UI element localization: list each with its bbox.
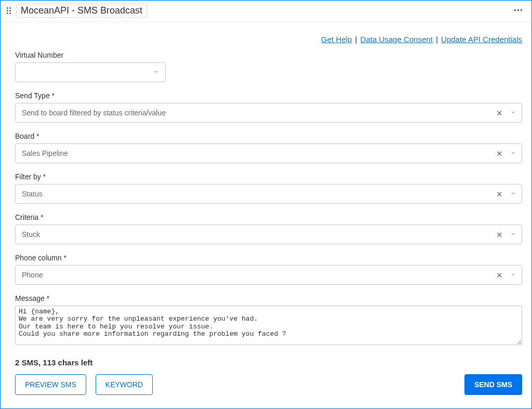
clear-icon[interactable]: ✕	[496, 271, 503, 279]
send-type-value: Send to board filtered by status criteri…	[22, 109, 166, 117]
criteria-select[interactable]: Stuck ✕	[15, 225, 522, 244]
clear-icon[interactable]: ✕	[496, 150, 503, 157]
clear-icon[interactable]: ✕	[496, 190, 503, 198]
virtual-number-select[interactable]	[15, 62, 166, 82]
sms-counter: 2 SMS, 113 chars left	[15, 358, 522, 367]
widget-header: MoceanAPI - SMS Broadcast ···	[1, 1, 531, 22]
send-type-label: Send Type *	[15, 91, 522, 100]
message-textarea[interactable]	[15, 306, 522, 345]
chevron-down-icon[interactable]	[510, 109, 516, 117]
update-api-link[interactable]: Update API Credentials	[441, 35, 522, 44]
preview-sms-button[interactable]: PREVIEW SMS	[15, 374, 86, 395]
header-left: MoceanAPI - SMS Broadcast	[6, 4, 147, 18]
get-help-link[interactable]: Get Help	[321, 35, 352, 44]
chevron-down-icon[interactable]	[510, 190, 516, 198]
chevron-down-icon[interactable]	[510, 230, 516, 239]
keyword-button[interactable]: KEYWORD	[96, 374, 153, 395]
board-value: Sales Pipeline	[22, 149, 68, 157]
chevron-down-icon[interactable]	[510, 149, 516, 157]
top-links: Get Help | Data Usage Consent | Update A…	[15, 35, 522, 44]
select-controls: ✕	[496, 271, 516, 279]
select-controls: ✕	[496, 149, 516, 157]
phone-column-label: Phone column *	[15, 254, 522, 262]
data-usage-link[interactable]: Data Usage Consent	[361, 35, 433, 44]
select-controls: ✕	[496, 109, 516, 117]
select-controls: ✕	[496, 190, 516, 198]
drag-handle-icon[interactable]	[6, 6, 12, 15]
select-controls: ✕	[496, 230, 516, 239]
message-label: Message *	[15, 294, 522, 302]
widget-title: MoceanAPI - SMS Broadcast	[21, 5, 142, 16]
send-type-field: Send Type * Send to board filtered by st…	[15, 91, 522, 123]
phone-column-select[interactable]: Phone ✕	[15, 265, 522, 285]
send-sms-button[interactable]: SEND SMS	[464, 374, 522, 395]
filter-by-value: Status	[22, 190, 43, 198]
phone-column-value: Phone	[22, 271, 43, 279]
content-area: Get Help | Data Usage Consent | Update A…	[1, 22, 531, 395]
filter-by-field: Filter by * Status ✕	[15, 173, 522, 204]
link-separator: |	[355, 35, 359, 44]
virtual-number-label: Virtual Number	[15, 51, 522, 59]
board-select[interactable]: Sales Pipeline ✕	[15, 143, 522, 163]
chevron-down-icon[interactable]	[510, 271, 516, 279]
board-label: Board *	[15, 132, 522, 140]
clear-icon[interactable]: ✕	[496, 109, 503, 117]
filter-by-label: Filter by *	[15, 173, 522, 181]
filter-by-select[interactable]: Status ✕	[15, 184, 522, 204]
board-field: Board * Sales Pipeline ✕	[15, 132, 522, 163]
title-wrapper[interactable]: MoceanAPI - SMS Broadcast	[16, 4, 147, 18]
button-row: PREVIEW SMS KEYWORD SEND SMS	[15, 374, 522, 395]
criteria-field: Criteria * Stuck ✕	[15, 213, 522, 244]
send-type-select[interactable]: Send to board filtered by status criteri…	[15, 103, 522, 123]
link-separator: |	[436, 35, 440, 44]
clear-icon[interactable]: ✕	[496, 231, 503, 239]
phone-column-field: Phone column * Phone ✕	[15, 254, 522, 285]
criteria-label: Criteria *	[15, 213, 522, 221]
virtual-number-field: Virtual Number	[15, 51, 522, 82]
chevron-down-icon	[153, 68, 159, 76]
criteria-value: Stuck	[22, 230, 40, 239]
message-field: Message *	[15, 294, 522, 347]
more-options-button[interactable]: ···	[512, 5, 525, 16]
